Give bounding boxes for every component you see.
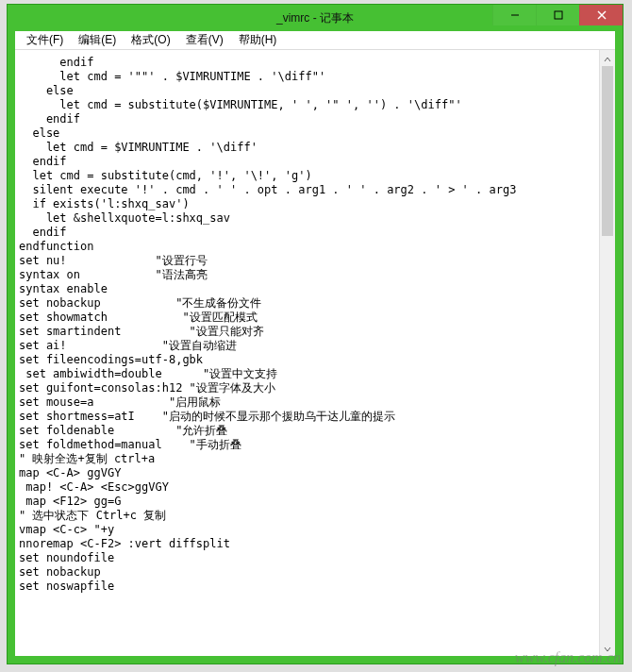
window-controls — [492, 5, 623, 25]
menu-help[interactable]: 帮助(H) — [231, 30, 285, 50]
menu-label: 帮助(H) — [239, 33, 277, 46]
close-icon — [597, 10, 607, 20]
app-window: _vimrc - 记事本 文件(F) 编辑(E) 格式(O) 查看(V) — [7, 4, 624, 664]
scroll-thumb[interactable] — [602, 66, 613, 236]
menu-view[interactable]: 查看(V) — [178, 30, 231, 50]
window-title: _vimrc - 记事本 — [276, 10, 354, 26]
minimize-icon — [510, 10, 520, 20]
scroll-up-button[interactable] — [600, 50, 615, 66]
maximize-icon — [554, 10, 563, 20]
minimize-button[interactable] — [492, 5, 536, 25]
menu-label: 查看(V) — [186, 33, 224, 46]
scroll-down-button[interactable] — [600, 640, 615, 656]
menubar: 文件(F) 编辑(E) 格式(O) 查看(V) 帮助(H) — [15, 31, 615, 50]
chevron-down-icon — [604, 640, 611, 657]
chevron-up-icon — [604, 50, 611, 67]
close-button[interactable] — [579, 5, 623, 25]
content-area: endif let cmd = '""' . $VIMRUNTIME . '\d… — [15, 50, 615, 656]
text-editor[interactable]: endif let cmd = '""' . $VIMRUNTIME . '\d… — [15, 50, 599, 656]
vertical-scrollbar[interactable] — [599, 50, 615, 656]
menu-edit[interactable]: 编辑(E) — [71, 30, 124, 50]
menu-label: 编辑(E) — [78, 33, 116, 46]
menu-format[interactable]: 格式(O) — [124, 30, 177, 50]
titlebar[interactable]: _vimrc - 记事本 — [8, 5, 623, 31]
menu-label: 文件(F) — [26, 33, 63, 46]
menu-file[interactable]: 文件(F) — [19, 30, 71, 50]
maximize-button[interactable] — [536, 5, 579, 25]
menu-label: 格式(O) — [131, 33, 170, 46]
svg-rect-1 — [555, 11, 562, 19]
